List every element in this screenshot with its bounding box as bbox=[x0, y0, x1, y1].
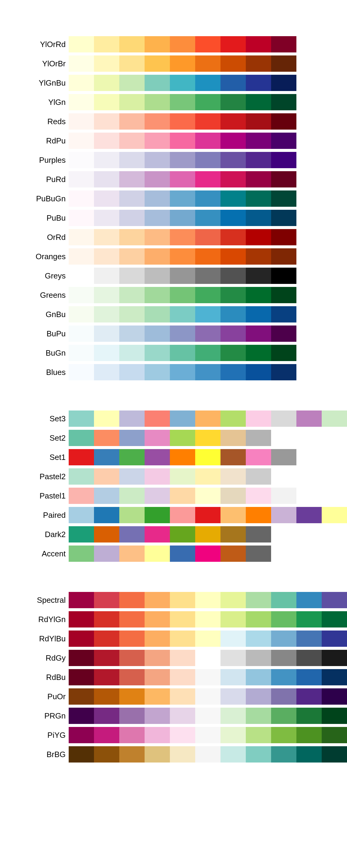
color-swatch bbox=[246, 430, 271, 446]
palette-group-sequential: YlOrRdYlOrBrYlGnBuYlGnRedsRdPuPurplesPuR… bbox=[18, 36, 329, 380]
color-swatch bbox=[119, 669, 145, 685]
color-swatch bbox=[94, 326, 119, 342]
color-swatch bbox=[170, 630, 195, 647]
color-swatch bbox=[69, 430, 94, 446]
color-swatch bbox=[170, 430, 195, 446]
palette-swatches bbox=[69, 468, 271, 485]
color-swatch bbox=[271, 190, 296, 207]
palette-label: Pastel2 bbox=[18, 472, 69, 481]
palette-row: Reds bbox=[18, 113, 329, 130]
color-swatch bbox=[170, 210, 195, 226]
color-swatch bbox=[69, 133, 94, 149]
color-swatch bbox=[246, 56, 271, 72]
palette-swatches bbox=[69, 94, 296, 110]
palette-swatches bbox=[69, 488, 296, 504]
palette-row: BuGn bbox=[18, 345, 329, 361]
palette-row: GnBu bbox=[18, 306, 329, 322]
color-swatch bbox=[195, 75, 220, 91]
color-swatch bbox=[69, 36, 94, 53]
color-swatch bbox=[69, 611, 94, 627]
color-swatch bbox=[195, 171, 220, 187]
color-swatch bbox=[322, 410, 347, 427]
color-swatch bbox=[220, 210, 246, 226]
color-swatch bbox=[94, 190, 119, 207]
color-swatch bbox=[296, 650, 322, 666]
color-swatch bbox=[69, 94, 94, 110]
color-swatch bbox=[246, 592, 271, 608]
palette-row: Set2 bbox=[18, 430, 329, 446]
palette-swatches bbox=[69, 630, 347, 647]
palette-swatches bbox=[69, 669, 347, 685]
color-swatch bbox=[94, 526, 119, 542]
color-swatch bbox=[220, 546, 246, 562]
color-swatch bbox=[170, 611, 195, 627]
color-swatch bbox=[119, 152, 145, 168]
palette-label: Greys bbox=[18, 271, 69, 281]
color-swatch bbox=[246, 210, 271, 226]
color-swatch bbox=[246, 94, 271, 110]
palette-row: PuBuGn bbox=[18, 190, 329, 207]
palette-label: Reds bbox=[18, 117, 69, 126]
color-swatch bbox=[195, 306, 220, 322]
color-swatch bbox=[94, 488, 119, 504]
color-swatch bbox=[94, 248, 119, 265]
color-swatch bbox=[170, 507, 195, 523]
color-swatch bbox=[220, 287, 246, 303]
color-swatch bbox=[170, 592, 195, 608]
palette-row: PuRd bbox=[18, 171, 329, 187]
palette-swatches bbox=[69, 507, 347, 523]
color-swatch bbox=[220, 727, 246, 743]
color-swatch bbox=[170, 133, 195, 149]
color-swatch bbox=[94, 727, 119, 743]
color-swatch bbox=[94, 152, 119, 168]
palette-swatches bbox=[69, 190, 296, 207]
color-swatch bbox=[170, 36, 195, 53]
color-swatch bbox=[195, 56, 220, 72]
color-swatch bbox=[195, 345, 220, 361]
color-swatch bbox=[195, 210, 220, 226]
color-swatch bbox=[322, 507, 347, 523]
color-swatch bbox=[145, 287, 170, 303]
palette-swatches bbox=[69, 546, 271, 562]
palette-row: Accent bbox=[18, 546, 329, 562]
palette-reference: YlOrRdYlOrBrYlGnBuYlGnRedsRdPuPurplesPuR… bbox=[18, 36, 329, 763]
palette-swatches bbox=[69, 326, 296, 342]
color-swatch bbox=[271, 650, 296, 666]
color-swatch bbox=[296, 410, 322, 427]
palette-label: YlOrRd bbox=[18, 40, 69, 49]
color-swatch bbox=[94, 507, 119, 523]
color-swatch bbox=[69, 268, 94, 284]
color-swatch bbox=[246, 669, 271, 685]
color-swatch bbox=[119, 229, 145, 245]
color-swatch bbox=[145, 430, 170, 446]
color-swatch bbox=[195, 449, 220, 465]
color-swatch bbox=[246, 526, 271, 542]
color-swatch bbox=[296, 507, 322, 523]
palette-row: YlGn bbox=[18, 94, 329, 110]
palette-label: RdYlBu bbox=[18, 634, 69, 644]
color-swatch bbox=[94, 171, 119, 187]
color-swatch bbox=[119, 268, 145, 284]
color-swatch bbox=[119, 94, 145, 110]
color-swatch bbox=[145, 746, 170, 763]
palette-label: OrRd bbox=[18, 233, 69, 242]
color-swatch bbox=[69, 708, 94, 724]
palette-row: RdPu bbox=[18, 133, 329, 149]
color-swatch bbox=[170, 650, 195, 666]
color-swatch bbox=[220, 94, 246, 110]
palette-swatches bbox=[69, 688, 347, 705]
palette-row: PRGn bbox=[18, 708, 329, 724]
color-swatch bbox=[271, 727, 296, 743]
palette-row: PiYG bbox=[18, 727, 329, 743]
color-swatch bbox=[271, 36, 296, 53]
color-swatch bbox=[119, 171, 145, 187]
color-swatch bbox=[271, 268, 296, 284]
color-swatch bbox=[170, 113, 195, 130]
color-swatch bbox=[322, 630, 347, 647]
palette-row: PuBu bbox=[18, 210, 329, 226]
palette-label: BuGn bbox=[18, 348, 69, 358]
color-swatch bbox=[271, 449, 296, 465]
color-swatch bbox=[170, 746, 195, 763]
color-swatch bbox=[296, 669, 322, 685]
color-swatch bbox=[246, 171, 271, 187]
